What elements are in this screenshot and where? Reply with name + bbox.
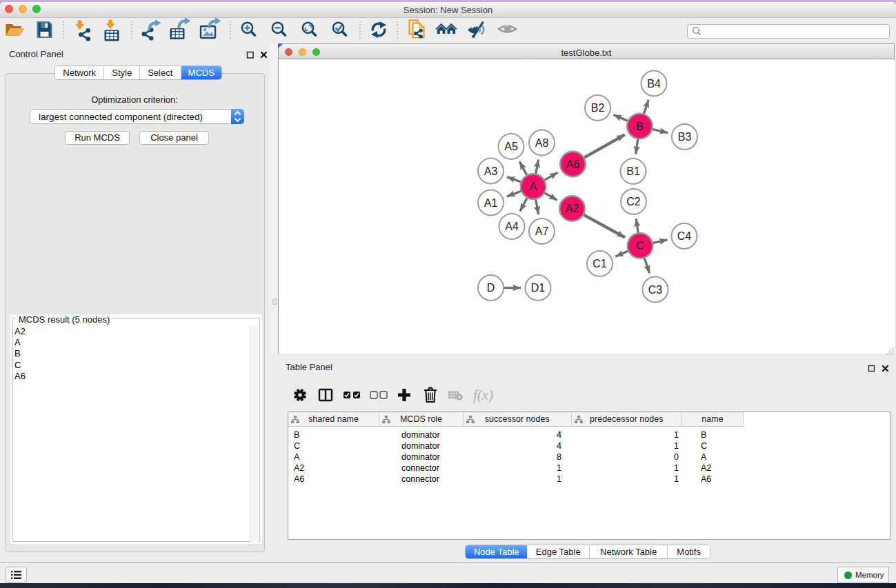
svg-text:B3: B3: [678, 131, 692, 143]
svg-text:f(x): f(x): [473, 387, 493, 403]
svg-text:A1: A1: [484, 197, 498, 209]
svg-text:C1: C1: [593, 258, 607, 270]
svg-text:A4: A4: [505, 221, 519, 232]
svg-text:C3: C3: [648, 284, 663, 296]
svg-text:A7: A7: [535, 225, 549, 237]
svg-text:D: D: [487, 282, 495, 294]
svg-text:A6: A6: [566, 159, 580, 170]
svg-text:A5: A5: [504, 141, 518, 152]
svg-text:C: C: [636, 240, 644, 252]
svg-text:B: B: [636, 121, 644, 132]
svg-text:A3: A3: [484, 165, 498, 177]
svg-text:C2: C2: [626, 196, 641, 207]
svg-text:A2: A2: [566, 203, 579, 214]
svg-text:A8: A8: [535, 137, 549, 149]
svg-text:C4: C4: [677, 230, 692, 242]
svg-text:B2: B2: [591, 102, 605, 114]
svg-text:B1: B1: [626, 165, 640, 177]
svg-text:D1: D1: [531, 282, 546, 294]
svg-text:B4: B4: [647, 78, 661, 90]
svg-text:A: A: [530, 181, 537, 192]
